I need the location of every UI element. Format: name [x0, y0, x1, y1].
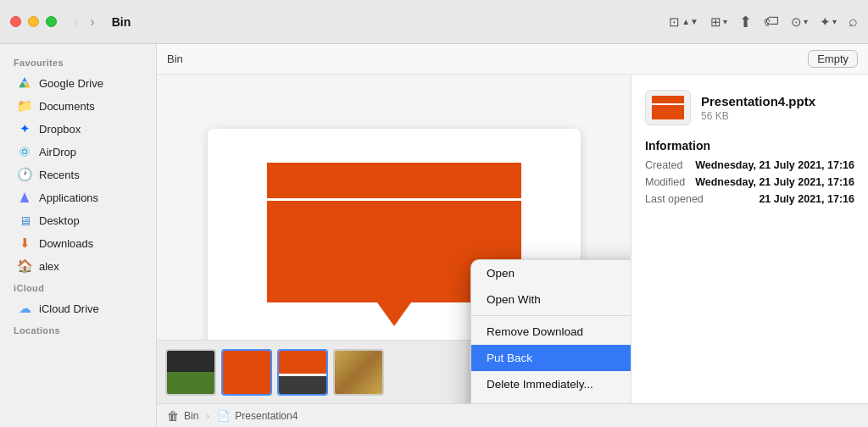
- file-icon: [645, 90, 691, 125]
- file-header: Presentation4.pptx 56 KB: [645, 90, 854, 125]
- sidebar: Favourites Google Drive 📁 Documents ✦ Dr…: [0, 44, 157, 427]
- sidebar-item-applications[interactable]: Applications: [3, 186, 153, 208]
- more-icon-group[interactable]: ⊙ ▾: [791, 14, 808, 30]
- content-area: Bin Empty Open: [157, 44, 868, 427]
- more-dropdown-arrow: ▾: [804, 17, 808, 26]
- dropbox-dropdown-arrow: ▾: [832, 17, 837, 26]
- thumb-3[interactable]: [277, 349, 328, 396]
- info-section-title: Information: [645, 139, 854, 152]
- preview-area: Open Open With › Remove Download Put Bac…: [157, 75, 631, 403]
- toolbar-icons: ⊡ ▲▼ ⊞ ▾ ⬆ 🏷 ⊙ ▾ ✦ ▾ ⌕: [669, 13, 858, 31]
- grid-dropdown-arrow: ▾: [723, 17, 727, 26]
- empty-bin-button[interactable]: Empty: [808, 50, 858, 68]
- window-title: Bin: [112, 15, 131, 29]
- sidebar-label-applications: Applications: [39, 191, 98, 204]
- modified-label: Modified: [645, 176, 685, 188]
- ctx-separator-1: [471, 315, 631, 316]
- file-name: Presentation4.pptx: [701, 94, 815, 108]
- main-area: Favourites Google Drive 📁 Documents ✦ Dr…: [0, 44, 868, 427]
- thumb-2[interactable]: [221, 349, 272, 396]
- modified-value: Wednesday, 21 July 2021, 17:16: [695, 176, 854, 188]
- ctx-open[interactable]: Open: [471, 260, 631, 286]
- sidebar-item-airdrop[interactable]: AirDrop: [3, 141, 153, 163]
- back-arrow[interactable]: ‹: [70, 13, 81, 31]
- file-meta: Presentation4.pptx 56 KB: [701, 94, 815, 122]
- pptx-top-bar: [267, 163, 521, 201]
- last-opened-value: 21 July 2021, 17:16: [759, 193, 854, 205]
- minimize-button[interactable]: [28, 16, 39, 27]
- forward-arrow[interactable]: ›: [86, 13, 97, 31]
- more-icon: ⊙: [791, 14, 802, 30]
- close-button[interactable]: [10, 16, 21, 27]
- statusbar-bin: Bin: [184, 410, 198, 422]
- statusbar-sep-1: ›: [206, 410, 209, 422]
- info-row-created: Created Wednesday, 21 July 2021, 17:16: [645, 159, 854, 171]
- svg-point-4: [22, 149, 26, 153]
- display-icon: ⊡: [669, 14, 680, 30]
- sidebar-item-downloads[interactable]: ⬇ Downloads: [3, 232, 153, 254]
- sidebar-label-airdrop: AirDrop: [39, 146, 76, 158]
- sidebar-item-recents[interactable]: 🕐 Recents: [3, 164, 153, 186]
- icloud-icon: ☁: [17, 301, 32, 316]
- thumb-pptx2: [223, 351, 270, 394]
- sidebar-item-icloud-drive[interactable]: ☁ iCloud Drive: [3, 297, 153, 319]
- maximize-button[interactable]: [46, 16, 57, 27]
- dropbox-icon-group[interactable]: ✦ ▾: [820, 14, 837, 30]
- documents-icon: 📁: [17, 98, 32, 114]
- file-size: 56 KB: [701, 110, 815, 122]
- dropbox-sidebar-icon: ✦: [17, 121, 32, 136]
- sidebar-label-alex: alex: [39, 260, 59, 273]
- bin-statusbar-icon: 🗑: [167, 409, 179, 423]
- breadcrumb-bar: Bin Empty: [157, 44, 868, 75]
- sidebar-label-downloads: Downloads: [39, 237, 93, 250]
- statusbar-icon-pptx: 📄: [217, 410, 230, 422]
- ctx-remove-download[interactable]: Remove Download: [471, 319, 631, 345]
- alex-icon: 🏠: [17, 258, 32, 274]
- desktop-icon: 🖥: [17, 213, 32, 228]
- grid-icon: ⊞: [710, 14, 721, 30]
- thumb-pptx-3: [279, 351, 326, 394]
- breadcrumb-text: Bin: [167, 53, 183, 65]
- ctx-empty-bin[interactable]: Empty Bin: [471, 397, 631, 403]
- search-icon[interactable]: ⌕: [849, 13, 858, 30]
- sidebar-label-google-drive: Google Drive: [39, 77, 103, 90]
- title-bar: ‹ › Bin ⊡ ▲▼ ⊞ ▾ ⬆ 🏷 ⊙ ▾ ✦ ▾ ⌕: [0, 0, 868, 44]
- context-menu: Open Open With › Remove Download Put Bac…: [470, 259, 631, 403]
- sidebar-item-desktop[interactable]: 🖥 Desktop: [3, 209, 153, 231]
- share-icon[interactable]: ⬆: [739, 13, 752, 31]
- ctx-delete-immediately[interactable]: Delete Immediately...: [471, 371, 631, 397]
- recents-icon: 🕐: [17, 167, 32, 182]
- thumb-4[interactable]: [333, 349, 384, 396]
- sidebar-label-dropbox: Dropbox: [39, 123, 81, 136]
- sidebar-item-google-drive[interactable]: Google Drive: [3, 72, 153, 94]
- statusbar: 🗑 Bin › 📄 Presentation4: [157, 403, 868, 427]
- info-panel: Presentation4.pptx 56 KB Information Cre…: [631, 75, 868, 403]
- sidebar-label-documents: Documents: [39, 100, 95, 113]
- sidebar-item-alex[interactable]: 🏠 alex: [3, 255, 153, 277]
- created-value: Wednesday, 21 July 2021, 17:16: [695, 159, 854, 171]
- locations-label: Locations: [0, 320, 156, 339]
- thumb-1[interactable]: [165, 349, 216, 396]
- pptx-arrow: [377, 302, 411, 326]
- svg-marker-6: [20, 192, 30, 202]
- svg-marker-3: [22, 77, 26, 81]
- sidebar-label-recents: Recents: [39, 169, 80, 181]
- thumb-img: [335, 351, 382, 394]
- sidebar-item-dropbox[interactable]: ✦ Dropbox: [3, 118, 153, 140]
- grid-icon-group[interactable]: ⊞ ▾: [710, 14, 727, 30]
- downloads-icon: ⬇: [17, 236, 32, 251]
- applications-icon: [17, 190, 32, 205]
- ctx-put-back[interactable]: Put Back: [471, 345, 631, 371]
- ctx-open-with[interactable]: Open With ›: [471, 286, 631, 313]
- info-row-modified: Modified Wednesday, 21 July 2021, 17:16: [645, 176, 854, 188]
- google-drive-icon: [17, 75, 32, 91]
- sidebar-label-desktop: Desktop: [39, 214, 80, 227]
- airdrop-icon: [17, 144, 32, 159]
- dropbox-icon: ✦: [820, 14, 831, 30]
- tag-icon[interactable]: 🏷: [764, 13, 779, 30]
- sidebar-item-documents[interactable]: 📁 Documents: [3, 95, 153, 117]
- created-label: Created: [645, 159, 682, 171]
- view-icon-group[interactable]: ⊡ ▲▼: [669, 14, 698, 30]
- file-pane: Open Open With › Remove Download Put Bac…: [157, 75, 868, 403]
- sidebar-label-icloud-drive: iCloud Drive: [39, 302, 99, 315]
